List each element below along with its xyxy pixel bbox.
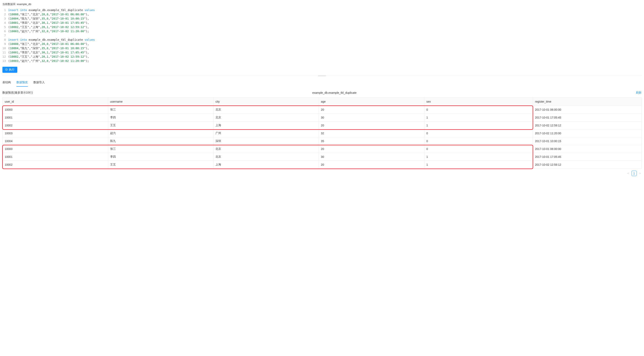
tab-1[interactable]: 数据预览 — [16, 79, 28, 87]
cell-city: 广州 — [214, 129, 319, 137]
column-header-register_time: register_time — [533, 98, 642, 106]
panel-divider — [2, 76, 642, 76]
cell-user_id: 10002 — [2, 122, 108, 129]
pagination: < 1 > — [2, 171, 642, 176]
cell-city: 北京 — [214, 153, 319, 161]
cell-register_time: 2017-10-01 17:05:45 — [533, 153, 642, 161]
cell-city: 深圳 — [214, 137, 319, 145]
execute-button-label: 执行 — [9, 68, 14, 72]
cell-age: 30 — [319, 114, 424, 122]
cell-username: 陈九 — [108, 137, 214, 145]
cell-sex: 0 — [424, 129, 533, 137]
cell-age: 20 — [319, 122, 424, 129]
cell-sex: 1 — [424, 161, 533, 169]
table-row: 10001李四北京3012017-10-01 17:05:45 — [2, 114, 642, 122]
cell-user_id: 10000 — [2, 145, 108, 153]
cell-username: 张三 — [108, 145, 214, 153]
column-header-user_id: user_id — [2, 98, 108, 106]
table-row: 10002王五上海2012017-10-02 12:59:12 — [2, 161, 642, 169]
cell-sex: 0 — [424, 137, 533, 145]
line-gutter: 12345678910111213 — [2, 8, 8, 63]
tab-2[interactable]: 数据导入 — [34, 79, 45, 87]
execute-button[interactable]: 执行 — [2, 67, 17, 73]
cell-city: 上海 — [214, 161, 319, 169]
table-row: 10003赵六广州3202017-10-02 11:20:00 — [2, 129, 642, 137]
tab-0[interactable]: 表结构 — [2, 79, 11, 87]
cell-age: 20 — [319, 161, 424, 169]
cell-city: 北京 — [214, 106, 319, 114]
cell-user_id: 10003 — [2, 129, 108, 137]
cell-sex: 1 — [424, 114, 533, 122]
page-number-current[interactable]: 1 — [632, 171, 637, 176]
cell-register_time: 2017-10-02 11:20:00 — [533, 129, 642, 137]
cell-username: 王五 — [108, 161, 214, 169]
cell-username: 李四 — [108, 114, 214, 122]
preview-table-name: example_db.example_tbl_duplicate — [33, 91, 636, 94]
cell-user_id: 10002 — [2, 161, 108, 169]
cell-register_time: 2017-10-01 06:00:00 — [533, 106, 642, 114]
cell-age: 20 — [319, 145, 424, 153]
code-content[interactable]: insert into example_db.example_tbl_dupli… — [8, 8, 642, 63]
page-next[interactable]: > — [638, 171, 642, 175]
cell-register_time: 2017-10-02 12:59:12 — [533, 161, 642, 169]
column-header-city: city — [214, 98, 319, 106]
table-row: 10004陈九深圳3502017-10-01 10:00:15 — [2, 137, 642, 145]
play-icon — [5, 68, 8, 71]
cell-sex: 0 — [424, 106, 533, 114]
cell-age: 32 — [319, 129, 424, 137]
table-row: 10001李四北京3012017-10-01 17:05:45 — [2, 153, 642, 161]
cell-register_time: 2017-10-01 17:05:45 — [533, 114, 642, 122]
table-row: 10000张三北京2002017-10-01 06:00:00 — [2, 145, 642, 153]
cell-username: 张三 — [108, 106, 214, 114]
cell-sex: 1 — [424, 153, 533, 161]
table-row: 10000张三北京2002017-10-01 06:00:00 — [2, 106, 642, 114]
cell-user_id: 10001 — [2, 114, 108, 122]
column-header-sex: sex — [424, 98, 533, 106]
cell-user_id: 10000 — [2, 106, 108, 114]
sql-editor[interactable]: 12345678910111213 insert into example_db… — [2, 8, 642, 63]
cell-city: 上海 — [214, 122, 319, 129]
cell-age: 35 — [319, 137, 424, 145]
refresh-link[interactable]: 刷新 — [636, 91, 642, 95]
current-database-label: 当前数据库: example_db — [2, 3, 642, 6]
page-prev[interactable]: < — [627, 171, 630, 175]
cell-register_time: 2017-10-01 10:00:15 — [533, 137, 642, 145]
cell-user_id: 10001 — [2, 153, 108, 161]
preview-title: 数据预览(最多显示10行) — [2, 91, 33, 95]
cell-username: 李四 — [108, 153, 214, 161]
cell-register_time: 2017-10-02 12:59:12 — [533, 122, 642, 129]
data-preview-table: user_idusernamecityagesexregister_time 1… — [2, 97, 642, 169]
result-tabs: 表结构数据预览数据导入 — [2, 79, 642, 87]
cell-age: 20 — [319, 106, 424, 114]
cell-username: 王五 — [108, 122, 214, 129]
cell-sex: 0 — [424, 145, 533, 153]
cell-city: 北京 — [214, 114, 319, 122]
cell-sex: 1 — [424, 122, 533, 129]
cell-user_id: 10004 — [2, 137, 108, 145]
cell-age: 30 — [319, 153, 424, 161]
cell-register_time: 2017-10-01 06:00:00 — [533, 145, 642, 153]
table-row: 10002王五上海2012017-10-02 12:59:12 — [2, 122, 642, 129]
column-header-age: age — [319, 98, 424, 106]
cell-username: 赵六 — [108, 129, 214, 137]
cell-city: 北京 — [214, 145, 319, 153]
column-header-username: username — [108, 98, 214, 106]
